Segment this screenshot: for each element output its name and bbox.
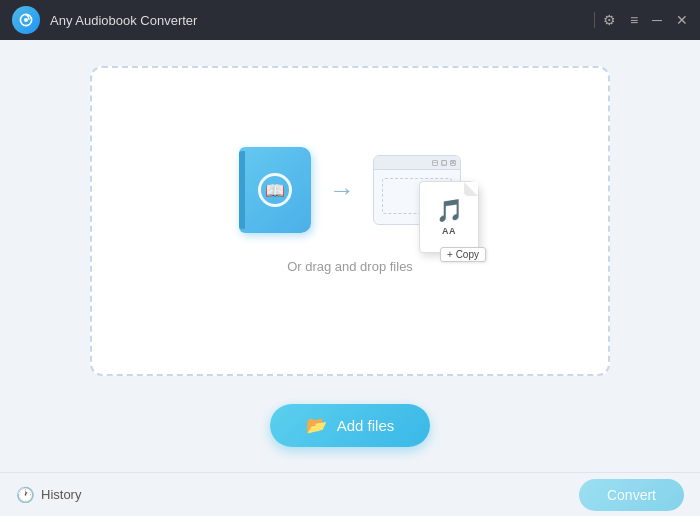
arrow-icon: →: [329, 175, 355, 206]
drop-zone-inner: → ─ □ ✕ 🎵 AA: [239, 147, 461, 274]
add-files-label: Add files: [337, 417, 395, 434]
drop-zone[interactable]: → ─ □ ✕ 🎵 AA: [90, 66, 610, 376]
titlebar: Any Audiobook Converter ⚙ ≡ ─ ✕: [0, 0, 700, 40]
window-bar: ─ □ ✕: [374, 156, 460, 170]
win-dot-2: □: [441, 160, 447, 166]
app-logo: [12, 6, 40, 34]
copy-badge: + Copy: [440, 247, 486, 262]
bottom-bar: 🕐 History Convert: [0, 472, 700, 516]
file-label: AA: [442, 226, 456, 236]
window-area: ─ □ ✕ 🎵 AA + Copy: [373, 155, 461, 225]
music-note-icon: 🎵: [436, 198, 463, 224]
svg-point-1: [24, 18, 28, 22]
main-content: → ─ □ ✕ 🎵 AA: [0, 40, 700, 472]
folder-icon: 📂: [306, 415, 327, 436]
history-icon: 🕐: [16, 486, 35, 504]
win-dot-3: ✕: [450, 160, 456, 166]
drag-text: Or drag and drop files: [287, 259, 413, 274]
app-title: Any Audiobook Converter: [50, 13, 586, 28]
book-symbol: [258, 173, 292, 207]
add-files-button[interactable]: 📂 Add files: [270, 404, 431, 447]
close-icon[interactable]: ✕: [676, 13, 688, 27]
minimize-icon[interactable]: ─: [652, 13, 662, 27]
convert-label: Convert: [607, 487, 656, 503]
convert-button[interactable]: Convert: [579, 479, 684, 511]
titlebar-controls: ⚙ ≡ ─ ✕: [603, 13, 688, 27]
file-icon-wrapper: 🎵 AA + Copy: [419, 181, 479, 253]
illustration: → ─ □ ✕ 🎵 AA: [239, 147, 461, 233]
file-icon: 🎵 AA + Copy: [419, 181, 479, 253]
history-label: History: [41, 487, 81, 502]
menu-icon[interactable]: ≡: [630, 13, 638, 27]
win-dot-1: ─: [432, 160, 438, 166]
book-icon: [239, 147, 311, 233]
settings-icon[interactable]: ⚙: [603, 13, 616, 27]
titlebar-divider: [594, 12, 595, 28]
history-button[interactable]: 🕐 History: [16, 486, 81, 504]
